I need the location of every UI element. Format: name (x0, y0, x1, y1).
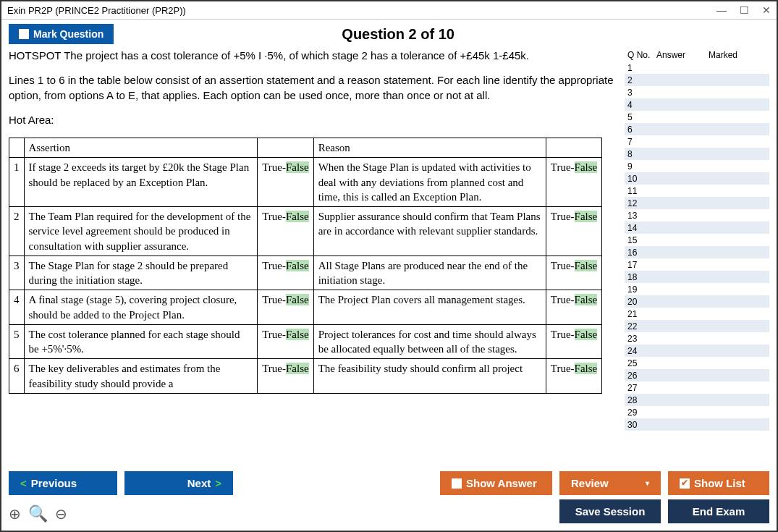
end-label: End Exam (693, 505, 745, 518)
reason-cell: Supplier assurance should confirm that T… (313, 207, 546, 256)
reason-tf[interactable]: True-False (546, 359, 601, 394)
row-num: 4 (9, 290, 25, 325)
zoom-reset-icon[interactable]: 🔍 (28, 504, 48, 523)
list-qno: 12 (625, 198, 656, 208)
assertion-tf[interactable]: True-False (258, 324, 313, 359)
list-item[interactable]: 1 (625, 62, 769, 74)
list-item[interactable]: 26 (625, 369, 769, 381)
previous-button[interactable]: < Previous (9, 471, 117, 495)
row-num: 2 (9, 207, 25, 256)
zoom-out-icon[interactable]: ⊖ (55, 505, 67, 523)
assertion-cell: The cost tolerance planned for each stag… (24, 324, 258, 359)
assertion-cell: If stage 2 exceeds its target by £20k th… (24, 158, 258, 207)
list-item[interactable]: 23 (625, 332, 769, 345)
list-item[interactable]: 4 (625, 98, 769, 111)
list-item[interactable]: 8 (625, 148, 769, 160)
list-item[interactable]: 10 (625, 172, 769, 185)
bottom-row-2: ⊕ 🔍 ⊖ Save Session End Exam (9, 499, 769, 523)
table-row: 1If stage 2 exceeds its target by £20k t… (9, 158, 602, 207)
zoom-controls: ⊕ 🔍 ⊖ (9, 504, 67, 523)
hdr-answer: Answer (656, 50, 709, 60)
question-text: HOTSPOT The project has a cost tolerance… (9, 48, 614, 127)
list-item[interactable]: 29 (625, 406, 769, 418)
list-qno: 28 (625, 395, 656, 405)
list-item[interactable]: 13 (625, 209, 769, 221)
list-item[interactable]: 18 (625, 271, 769, 283)
close-icon[interactable]: ✕ (762, 4, 771, 16)
assertion-tf[interactable]: True-False (258, 256, 313, 290)
list-item[interactable]: 25 (625, 357, 769, 369)
reason-tf[interactable]: True-False (546, 290, 601, 325)
list-item[interactable]: 17 (625, 258, 769, 271)
question-pane[interactable]: HOTSPOT The project has a cost tolerance… (9, 48, 617, 465)
list-item[interactable]: 12 (625, 197, 769, 209)
app-window: Exin PR2P (PRINCE2 Practitioner (PR2P)) … (0, 0, 778, 532)
list-item[interactable]: 3 (625, 86, 769, 98)
list-qno: 16 (625, 248, 656, 258)
list-item[interactable]: 15 (625, 234, 769, 246)
table-row: 2The Team Plan required for the developm… (9, 207, 602, 256)
list-item[interactable]: 6 (625, 123, 769, 135)
show-list-label: Show List (694, 477, 745, 489)
list-item[interactable]: 28 (625, 394, 769, 406)
list-qno: 7 (625, 137, 656, 147)
hdr-marked: Marked (709, 50, 769, 60)
table-row: 5The cost tolerance planned for each sta… (9, 324, 602, 359)
list-item[interactable]: 20 (625, 295, 769, 308)
assertion-tf[interactable]: True-False (258, 290, 313, 325)
list-item[interactable]: 24 (625, 345, 769, 357)
reason-tf[interactable]: True-False (546, 256, 601, 290)
hot-area-label: Hot Area: (9, 113, 614, 127)
row-num: 3 (9, 256, 25, 290)
minimize-icon[interactable]: — (716, 4, 727, 16)
assertion-reason-table: Assertion Reason 1If stage 2 exceeds its… (9, 138, 602, 394)
table-row: 6The key deliverables and estimates from… (9, 359, 602, 394)
list-item[interactable]: 21 (625, 308, 769, 320)
review-label: Review (571, 477, 609, 489)
list-item[interactable]: 27 (625, 381, 769, 394)
reason-cell: The Project Plan covers all management s… (313, 290, 546, 325)
reason-tf[interactable]: True-False (546, 207, 601, 256)
chevron-left-icon: < (20, 477, 27, 489)
list-qno: 10 (625, 174, 656, 184)
assertion-tf[interactable]: True-False (258, 359, 313, 394)
maximize-icon[interactable]: ☐ (740, 4, 749, 16)
titlebar: Exin PR2P (PRINCE2 Practitioner (PR2P)) … (1, 1, 777, 20)
question-list[interactable]: 1234567891011121314151617181920212223242… (625, 62, 769, 465)
mark-question-button[interactable]: Mark Question (9, 24, 114, 44)
list-qno: 14 (625, 223, 656, 233)
list-item[interactable]: 14 (625, 221, 769, 234)
review-button[interactable]: Review ▾ (559, 471, 661, 495)
list-qno: 4 (625, 100, 656, 110)
list-qno: 5 (625, 112, 656, 122)
list-qno: 13 (625, 211, 656, 221)
reason-tf[interactable]: True-False (546, 324, 601, 359)
list-item[interactable]: 11 (625, 185, 769, 197)
list-item[interactable]: 2 (625, 74, 769, 86)
show-list-checkbox-icon (680, 478, 690, 489)
zoom-in-icon[interactable]: ⊕ (9, 505, 21, 523)
chevron-right-icon: > (215, 477, 221, 489)
list-item[interactable]: 22 (625, 320, 769, 332)
assertion-tf[interactable]: True-False (258, 207, 313, 256)
show-list-button[interactable]: Show List (668, 471, 769, 495)
mark-checkbox-icon (19, 29, 29, 39)
end-exam-button[interactable]: End Exam (668, 499, 769, 523)
list-qno: 21 (625, 309, 656, 319)
assertion-tf[interactable]: True-False (258, 158, 313, 207)
list-qno: 3 (625, 88, 656, 98)
list-item[interactable]: 30 (625, 418, 769, 431)
list-item[interactable]: 5 (625, 111, 769, 123)
list-item[interactable]: 19 (625, 283, 769, 295)
next-label: Next (187, 477, 211, 489)
save-session-button[interactable]: Save Session (559, 499, 661, 523)
list-item[interactable]: 7 (625, 135, 769, 148)
reason-tf[interactable]: True-False (546, 158, 601, 207)
show-answer-button[interactable]: Show Answer (440, 471, 552, 495)
list-item[interactable]: 16 (625, 246, 769, 258)
list-header: Q No. Answer Marked (625, 48, 769, 62)
list-qno: 1 (625, 63, 656, 73)
question-list-pane: Q No. Answer Marked 12345678910111213141… (625, 48, 769, 465)
list-item[interactable]: 9 (625, 160, 769, 172)
next-button[interactable]: Next > (124, 471, 233, 495)
